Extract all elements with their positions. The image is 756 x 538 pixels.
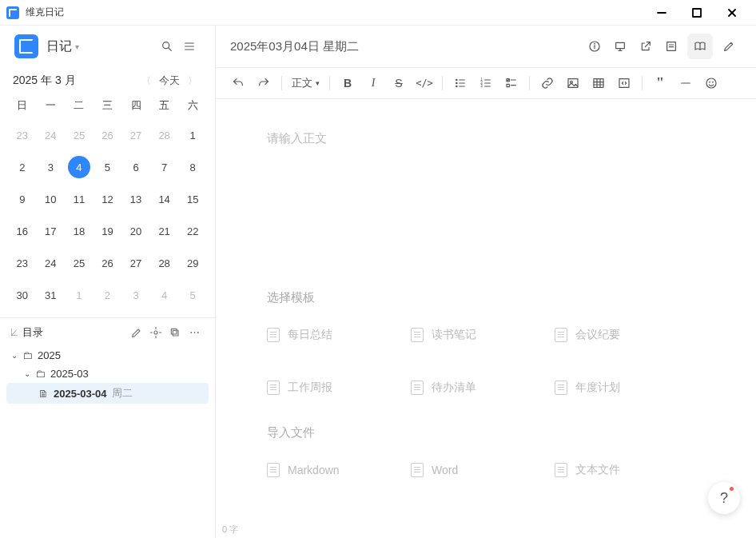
calendar-day[interactable]: 11 <box>65 183 94 215</box>
calendar-day[interactable]: 31 <box>37 279 66 311</box>
locate-button[interactable] <box>146 323 165 342</box>
link-button[interactable] <box>536 72 559 94</box>
calendar-day[interactable]: 4 <box>65 151 94 183</box>
table-button[interactable] <box>587 72 610 94</box>
calendar-next-button[interactable]: 〉 <box>183 74 202 88</box>
template-item[interactable]: 工作周报 <box>267 373 411 403</box>
copy-button[interactable] <box>165 323 185 342</box>
calendar-day[interactable]: 7 <box>150 151 179 183</box>
calendar-today-button[interactable]: 今天 <box>156 74 183 88</box>
editor-body[interactable]: 请输入正文 选择模板 每日总结读书笔记会议纪要 工作周报待办清单年度计划 导入文… <box>216 99 756 520</box>
editor-toolbar: 正文▾ B I S </> 123 " <box>216 67 756 99</box>
calendar-day[interactable]: 23 <box>8 119 37 151</box>
calendar-day[interactable]: 2 <box>94 279 122 311</box>
strikethrough-button[interactable]: S <box>388 72 410 94</box>
calendar-day[interactable]: 27 <box>121 247 150 279</box>
calendar-day[interactable]: 6 <box>121 151 150 183</box>
calendar-day[interactable]: 13 <box>121 183 150 215</box>
ordered-list-button[interactable]: 123 <box>475 72 497 94</box>
svg-point-22 <box>456 79 457 80</box>
calendar-day[interactable]: 29 <box>178 247 207 279</box>
italic-button[interactable]: I <box>362 72 384 94</box>
minimize-button[interactable] <box>644 0 679 26</box>
undo-button[interactable] <box>227 72 249 94</box>
chevron-down-icon[interactable]: ▾ <box>75 42 79 51</box>
calendar-day[interactable]: 17 <box>37 215 66 247</box>
calendar-prev-button[interactable]: 〈 <box>137 74 156 88</box>
info-button[interactable] <box>582 34 607 59</box>
more-button[interactable]: ⋯ <box>185 323 204 342</box>
tree-month[interactable]: ⌄ 🗀 2025-03 <box>6 365 209 383</box>
svg-point-4 <box>163 42 169 49</box>
search-button[interactable] <box>156 35 178 58</box>
tree-icon: ⟀ <box>11 326 18 338</box>
bold-button[interactable]: B <box>336 72 359 94</box>
calendar-day[interactable]: 26 <box>94 247 122 279</box>
calendar-day[interactable]: 23 <box>8 247 37 279</box>
calendar-day[interactable]: 18 <box>65 215 94 247</box>
calendar-day[interactable]: 24 <box>37 119 66 151</box>
template-item[interactable]: 年度计划 <box>555 373 698 403</box>
calendar-day[interactable]: 5 <box>94 151 122 183</box>
calendar-day[interactable]: 27 <box>121 119 150 151</box>
template-item[interactable]: 会议纪要 <box>555 320 698 350</box>
titlebar: 维克日记 <box>0 0 756 26</box>
template-item[interactable]: 每日总结 <box>267 320 411 350</box>
close-button[interactable] <box>714 0 750 26</box>
calendar-day[interactable]: 2 <box>8 151 37 183</box>
emoji-button[interactable] <box>700 72 722 94</box>
calendar-day[interactable]: 1 <box>65 279 94 311</box>
svg-point-24 <box>456 86 457 86</box>
calendar-day[interactable]: 9 <box>8 183 37 215</box>
edit-button[interactable] <box>127 323 146 342</box>
bullet-list-button[interactable] <box>449 72 472 94</box>
calendar-day[interactable]: 3 <box>121 279 150 311</box>
calendar-day[interactable]: 4 <box>150 279 179 311</box>
image-button[interactable] <box>562 72 584 94</box>
quote-button[interactable]: " <box>649 72 671 94</box>
template-item[interactable]: Markdown <box>267 455 411 485</box>
calendar-day[interactable]: 28 <box>150 247 179 279</box>
calendar-day[interactable]: 14 <box>150 183 179 215</box>
calendar-day[interactable]: 24 <box>37 247 66 279</box>
calendar-day[interactable]: 1 <box>178 119 207 151</box>
paragraph-format-button[interactable]: 正文▾ <box>288 72 323 94</box>
template-item[interactable]: 读书笔记 <box>411 320 555 350</box>
calendar-day[interactable]: 15 <box>178 183 207 215</box>
calendar-day[interactable]: 21 <box>150 215 179 247</box>
calendar-day[interactable]: 19 <box>94 215 122 247</box>
calendar-day[interactable]: 10 <box>37 183 66 215</box>
outline-button[interactable] <box>659 34 684 59</box>
calendar-day[interactable]: 5 <box>178 279 207 311</box>
codeblock-button[interactable] <box>613 72 635 94</box>
menu-button[interactable] <box>178 35 201 58</box>
template-item[interactable]: 文本文件 <box>555 455 698 485</box>
read-mode-button[interactable] <box>687 34 713 59</box>
export-button[interactable] <box>633 34 659 59</box>
tree-year[interactable]: ⌄ 🗀 2025 <box>6 346 209 365</box>
sidebar-title[interactable]: 日记 <box>46 38 72 55</box>
calendar-day[interactable]: 16 <box>8 215 37 247</box>
divider-button[interactable] <box>674 72 697 94</box>
calendar-day[interactable]: 20 <box>121 215 150 247</box>
calendar-day[interactable]: 8 <box>178 151 207 183</box>
present-button[interactable] <box>607 34 633 59</box>
tree-day[interactable]: 🗎 2025-03-04 周二 <box>6 383 209 404</box>
calendar-day[interactable]: 28 <box>150 119 179 151</box>
calendar-day[interactable]: 30 <box>8 279 37 311</box>
maximize-button[interactable] <box>679 0 714 26</box>
edit-mode-button[interactable] <box>716 34 742 59</box>
calendar-day[interactable]: 3 <box>37 151 66 183</box>
redo-button[interactable] <box>253 72 275 94</box>
code-button[interactable]: </> <box>413 72 436 94</box>
template-item[interactable]: 待办清单 <box>411 373 555 403</box>
calendar-day[interactable]: 22 <box>178 215 207 247</box>
help-button[interactable]: ? <box>708 482 740 514</box>
task-list-button[interactable] <box>500 72 523 94</box>
template-item[interactable]: Word <box>411 455 555 485</box>
calendar-day[interactable]: 12 <box>94 183 122 215</box>
calendar-day[interactable]: 25 <box>65 119 94 151</box>
calendar-day[interactable]: 25 <box>65 247 94 279</box>
calendar-day[interactable]: 26 <box>94 119 122 151</box>
calendar-weekday: 二 <box>65 93 94 119</box>
